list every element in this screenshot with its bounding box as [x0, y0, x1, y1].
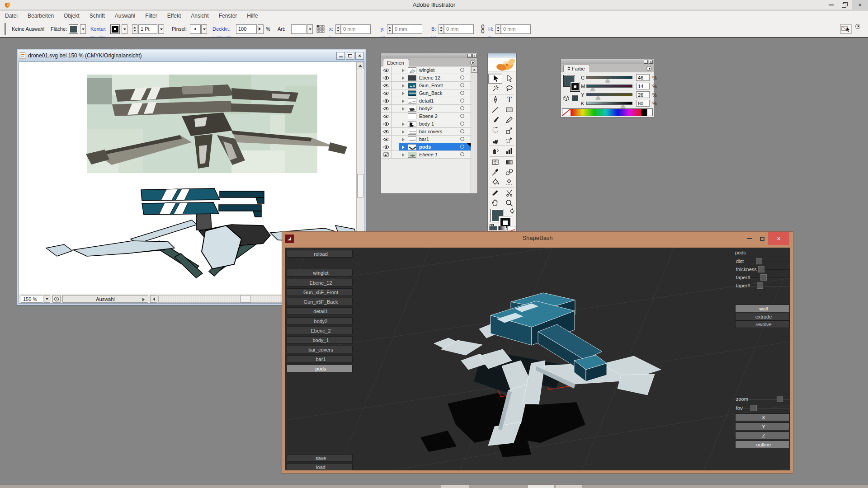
shape-button-ebene-12[interactable]: Ebene_12 [287, 279, 353, 286]
white-swatch[interactable] [647, 109, 652, 116]
color-panel-titlebar[interactable]: – x [561, 59, 654, 64]
visibility-toggle[interactable] [381, 97, 392, 104]
lock-toggle[interactable] [392, 151, 399, 158]
zoom-level-box[interactable]: 150 % [21, 295, 43, 303]
zoom-tool[interactable] [502, 198, 516, 208]
gradient-mode-button[interactable] [498, 226, 506, 230]
menu-hilfe[interactable]: Hilfe [242, 11, 263, 20]
visibility-toggle[interactable] [381, 120, 392, 127]
slice-tool[interactable] [488, 188, 502, 198]
mesh-tool[interactable] [488, 157, 502, 167]
lock-toggle[interactable] [392, 74, 399, 81]
taperx-slider[interactable]: taperX [735, 274, 790, 281]
save-button[interactable]: save [287, 454, 353, 462]
control-flyout-button[interactable] [855, 18, 860, 34]
paintbrush-tool[interactable] [488, 115, 502, 125]
scroll-up-button[interactable] [357, 62, 364, 69]
layer-row[interactable]: bar1 [381, 136, 471, 143]
shape-button-pods-selected[interactable]: pods [287, 365, 353, 372]
lock-toggle[interactable] [392, 128, 399, 135]
menu-ansicht[interactable]: Ansicht [186, 11, 213, 20]
layer-row[interactable]: bar covers [381, 128, 471, 136]
layer-row[interactable]: Ebene 12 [381, 74, 471, 82]
channel-value[interactable]: 14 [636, 83, 650, 89]
selection-tool[interactable] [488, 74, 502, 84]
target-circle[interactable] [460, 145, 464, 149]
magic-wand-tool[interactable] [488, 84, 502, 94]
shape-button-gun-back[interactable]: Gun_x5F_Back [287, 298, 353, 305]
slider-handle[interactable] [590, 88, 595, 91]
target-circle[interactable] [460, 114, 464, 118]
stroke-label-link[interactable]: Kontur: [90, 21, 106, 37]
layers-panel-titlebar[interactable]: – x [381, 53, 477, 58]
palette-options-button[interactable] [840, 21, 852, 37]
target-circle[interactable] [460, 106, 464, 110]
axis-button-x[interactable]: X [735, 413, 790, 421]
doc-maximize-button[interactable] [346, 52, 354, 60]
load-button[interactable]: load [287, 463, 353, 470]
layer-row-selected[interactable]: pods [381, 143, 471, 151]
pen-tool[interactable] [488, 95, 502, 105]
height-stepper[interactable]: 0 mm [495, 21, 531, 37]
visibility-toggle[interactable] [381, 66, 392, 74]
layer-row[interactable]: winglet [381, 66, 471, 74]
app-minimize-button[interactable] [824, 0, 838, 10]
tab-farbe[interactable]: Farbe [563, 65, 590, 72]
stroke-dropdown-button[interactable] [121, 21, 127, 37]
cyan-slider-track[interactable] [586, 76, 632, 79]
spectrum-gradient[interactable] [571, 109, 642, 116]
axis-button-y[interactable]: Y [735, 422, 790, 430]
lock-toggle[interactable] [392, 113, 399, 120]
rectangle-tool[interactable] [502, 105, 516, 115]
menu-filter[interactable]: Filter [140, 11, 162, 20]
target-circle[interactable] [460, 129, 464, 133]
blend-tool[interactable] [502, 167, 516, 177]
expand-triangle-icon[interactable] [402, 99, 406, 103]
visibility-toggle[interactable] [381, 136, 392, 143]
lock-toggle[interactable] [392, 136, 399, 143]
panel-close-button[interactable]: x [649, 60, 653, 64]
shape-button-detail1[interactable]: detail1 [287, 307, 353, 315]
taskbar-edge[interactable] [0, 484, 868, 488]
panel-minimize-button[interactable]: – [644, 60, 648, 64]
menu-schrift[interactable]: Schrift [85, 11, 110, 20]
mode-button-extrude[interactable]: extrude [735, 313, 790, 320]
yellow-slider-track[interactable] [586, 93, 632, 96]
tab-ebenen[interactable]: Ebenen [383, 59, 409, 66]
brush-dropdown[interactable] [190, 21, 207, 37]
x-stepper[interactable]: 0 mm [335, 21, 371, 37]
visibility-toggle[interactable] [381, 143, 392, 150]
color-flyout-button[interactable] [646, 66, 651, 71]
layers-scrollbar[interactable] [471, 66, 477, 193]
visibility-toggle[interactable] [381, 113, 392, 120]
zoom-slider[interactable]: zoom [735, 396, 790, 403]
slider-handle[interactable] [596, 96, 600, 99]
direct-selection-tool[interactable] [502, 74, 516, 84]
target-circle[interactable] [460, 122, 464, 126]
visibility-toggle[interactable] [381, 89, 392, 97]
visibility-toggle[interactable] [381, 82, 392, 89]
expand-triangle-icon[interactable] [402, 84, 406, 88]
lock-toggle[interactable] [392, 143, 399, 150]
warp-tool[interactable] [488, 136, 502, 145]
none-mode-button[interactable] [507, 226, 515, 230]
document-titlebar[interactable]: drone01.svg bei 150 % (CMYK/Originalansi… [18, 50, 365, 61]
lock-toggle[interactable] [392, 105, 399, 112]
out-of-gamut-cube-icon[interactable] [563, 95, 569, 101]
layer-row[interactable]: detail1 [381, 97, 471, 105]
slider-handle[interactable] [750, 405, 757, 411]
layer-row-template[interactable]: Ebene 1 [381, 151, 471, 159]
expand-triangle-icon[interactable] [402, 76, 406, 80]
spectrum-bar[interactable] [562, 108, 653, 116]
slider-handle[interactable] [756, 258, 762, 264]
color-mode-button[interactable] [489, 226, 497, 230]
thickness-slider[interactable]: thickness [735, 266, 790, 273]
panel-minimize-button[interactable]: – [467, 54, 472, 58]
template-visibility-toggle[interactable] [381, 151, 392, 158]
expand-triangle-icon[interactable] [402, 92, 406, 95]
app-restore-button[interactable] [838, 0, 851, 10]
swap-fill-stroke-icon[interactable] [509, 208, 515, 214]
options-grip[interactable] [4, 21, 6, 37]
reload-button[interactable]: reload [287, 250, 353, 258]
slider-handle[interactable] [621, 105, 625, 108]
